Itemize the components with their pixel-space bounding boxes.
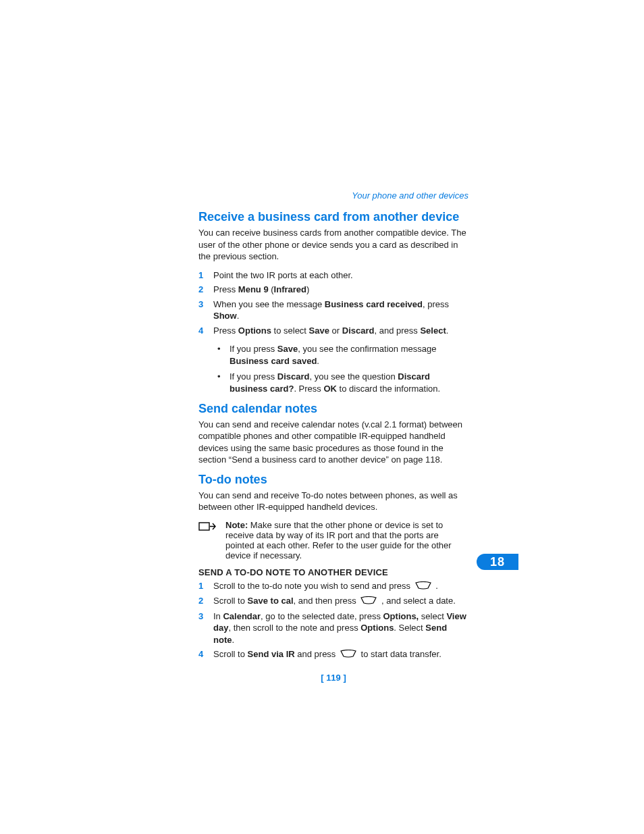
svg-rect-0 (199, 523, 209, 530)
list-item: 1 Scroll to the to-do note you wish to s… (198, 580, 468, 592)
select-key-icon (414, 581, 432, 593)
sub-bullets: • If you press Save, you see the confirm… (217, 343, 468, 394)
step-number: 2 (198, 595, 213, 607)
steps-receive: 1 Point the two IR ports at each other. … (198, 269, 468, 337)
subheading-send-todo: SEND A TO-DO NOTE TO ANOTHER DEVICE (198, 567, 468, 577)
page-number: [ 119 ] (198, 673, 468, 683)
list-item: 2 Scroll to Save to cal, and then press … (198, 595, 468, 607)
intro-paragraph: You can receive business cards from anot… (198, 227, 468, 263)
bullet-text: If you press Save, you see the confirmat… (230, 343, 468, 367)
step-number: 4 (198, 325, 213, 337)
bullet-text: If you press Discard, you see the questi… (230, 371, 468, 394)
note-block: Note: Make sure that the other phone or … (198, 520, 468, 561)
step-number: 3 (198, 298, 213, 322)
step-number: 1 (198, 580, 213, 592)
step-number: 4 (198, 648, 213, 660)
step-number: 1 (198, 269, 213, 282)
list-item: • If you press Discard, you see the ques… (217, 371, 468, 394)
intro-paragraph: You can send and receive To-do notes bet… (198, 490, 468, 513)
step-text: Press Options to select Save or Discard,… (213, 325, 468, 337)
heading-todo-notes: To-do notes (198, 473, 468, 487)
step-text: Point the two IR ports at each other. (213, 269, 468, 282)
step-text: Scroll to Send via IR and press to start… (213, 648, 468, 660)
list-item: 3 In Calendar, go to the selected date, … (198, 610, 468, 646)
list-item: 2 Press Menu 9 (Infrared) (198, 284, 468, 296)
step-text: Scroll to Save to cal, and then press , … (213, 595, 468, 607)
bullet-icon: • (217, 343, 230, 367)
select-key-icon (360, 596, 377, 608)
heading-send-calendar-notes: Send calendar notes (198, 402, 468, 416)
select-key-icon (340, 649, 357, 661)
page-content: Your phone and other devices Receive a b… (198, 190, 468, 683)
running-header: Your phone and other devices (198, 190, 468, 201)
step-text: Press Menu 9 (Infrared) (213, 284, 468, 296)
step-number: 3 (198, 610, 213, 646)
list-item: • If you press Save, you see the confirm… (217, 343, 468, 367)
body-paragraph: You can send and receive calendar notes … (198, 419, 468, 466)
list-item: 1 Point the two IR ports at each other. (198, 269, 468, 282)
step-number: 2 (198, 284, 213, 296)
note-text: Note: Make sure that the other phone or … (225, 520, 468, 561)
step-text: Scroll to the to-do note you wish to sen… (213, 580, 468, 592)
list-item: 4 Press Options to select Save or Discar… (198, 325, 468, 337)
step-text: In Calendar, go to the selected date, pr… (213, 610, 468, 646)
steps-send-todo: 1 Scroll to the to-do note you wish to s… (198, 580, 468, 661)
heading-receive-business-card: Receive a business card from another dev… (198, 210, 468, 224)
note-icon (198, 520, 225, 561)
list-item: 4 Scroll to Send via IR and press to sta… (198, 648, 468, 660)
bullet-icon: • (217, 371, 230, 394)
chapter-badge: 18 (477, 554, 518, 570)
step-text: When you see the message Business card r… (213, 298, 468, 322)
list-item: 3 When you see the message Business card… (198, 298, 468, 322)
